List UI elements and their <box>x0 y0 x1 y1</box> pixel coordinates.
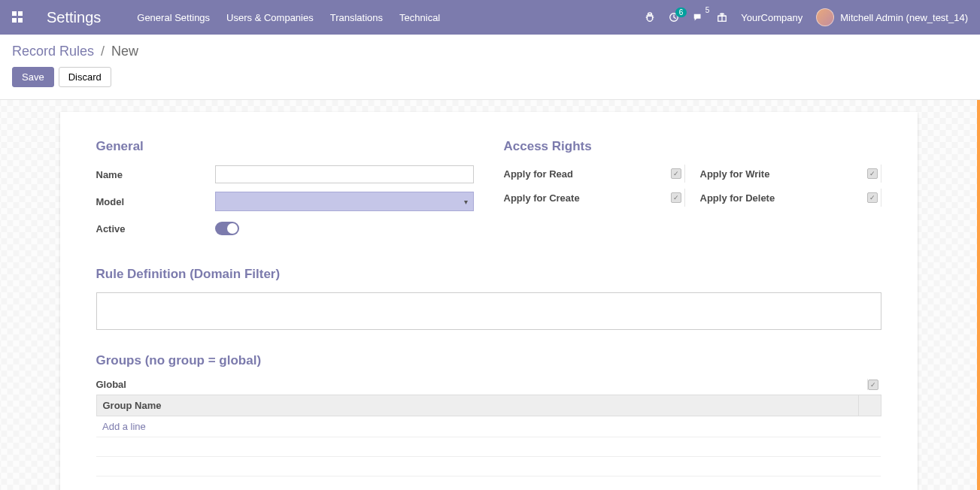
nav-technical[interactable]: Technical <box>399 12 440 23</box>
name-label: Name <box>96 169 215 180</box>
name-input[interactable] <box>215 165 474 183</box>
groups-col-actions <box>858 395 881 416</box>
breadcrumb-parent[interactable]: Record Rules <box>12 44 94 59</box>
gift-icon[interactable] <box>717 12 727 23</box>
messages-badge: 5 <box>705 6 710 14</box>
messages-icon[interactable]: 5 <box>693 12 703 23</box>
apps-icon[interactable] <box>12 11 24 23</box>
domain-textarea[interactable] <box>96 292 881 330</box>
apply-create-label: Apply for Create <box>504 192 580 204</box>
section-general-title: General <box>96 139 474 154</box>
company-selector[interactable]: YourCompany <box>741 12 803 23</box>
model-select[interactable] <box>215 192 474 211</box>
nav-translations[interactable]: Translations <box>330 12 383 23</box>
activities-icon[interactable]: 6 <box>669 12 679 23</box>
active-toggle[interactable] <box>215 222 239 235</box>
apply-delete-label: Apply for Delete <box>700 192 775 204</box>
table-row <box>96 437 881 457</box>
bug-icon[interactable] <box>645 12 655 23</box>
table-footer-row <box>96 457 881 476</box>
control-panel: Record Rules / New Save Discard <box>0 35 980 100</box>
section-access-title: Access Rights <box>504 139 881 154</box>
apply-write-label: Apply for Write <box>700 168 770 180</box>
section-rule-def-title: Rule Definition (Domain Filter) <box>96 267 881 282</box>
avatar <box>816 8 834 26</box>
apply-read-checkbox[interactable]: ✓ <box>671 168 681 179</box>
save-button[interactable]: Save <box>12 67 54 87</box>
active-label: Active <box>96 223 215 234</box>
groups-col-name: Group Name <box>96 395 858 416</box>
nav-general-settings[interactable]: General Settings <box>137 12 210 23</box>
form-background: General Name Model Active <box>0 100 980 490</box>
breadcrumb-current: New <box>111 44 138 59</box>
breadcrumb: Record Rules / New <box>12 44 968 59</box>
model-label: Model <box>96 196 215 207</box>
app-brand[interactable]: Settings <box>47 9 101 26</box>
global-checkbox[interactable]: ✓ <box>868 380 878 390</box>
apply-write-checkbox[interactable]: ✓ <box>867 168 878 179</box>
global-label: Global <box>96 379 868 390</box>
nav-users-companies[interactable]: Users & Companies <box>226 12 314 23</box>
groups-table: Group Name Add a line <box>96 395 881 476</box>
activities-badge: 6 <box>675 8 687 17</box>
apply-create-checkbox[interactable]: ✓ <box>671 192 681 203</box>
main-navbar: Settings General Settings Users & Compan… <box>0 0 980 35</box>
apply-delete-checkbox[interactable]: ✓ <box>867 192 878 203</box>
apply-read-label: Apply for Read <box>504 168 573 180</box>
user-menu[interactable]: Mitchell Admin (new_test_14) <box>816 8 968 26</box>
discard-button[interactable]: Discard <box>59 67 111 87</box>
breadcrumb-sep: / <box>101 44 105 59</box>
add-line-link[interactable]: Add a line <box>102 421 146 432</box>
username-label: Mitchell Admin (new_test_14) <box>840 12 968 23</box>
form-sheet: General Name Model Active <box>60 112 918 490</box>
section-groups-title: Groups (no group = global) <box>96 353 881 368</box>
